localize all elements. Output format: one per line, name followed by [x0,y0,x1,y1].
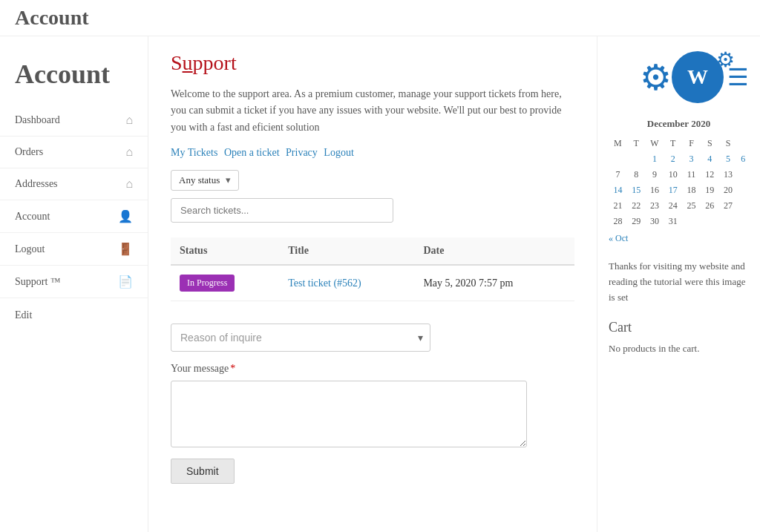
cal-cell [627,151,646,167]
open-ticket-link[interactable]: Open a ticket [224,147,280,158]
cal-cell: 24 [664,198,682,214]
title-prefix: S [171,51,183,74]
cal-cell: 3 [682,151,701,167]
cal-day-link[interactable]: 1 [652,154,657,164]
status-filter-label: Any status [179,174,220,186]
reason-select[interactable]: Reason of inquire [171,324,430,352]
cal-cell: 22 [627,198,646,214]
calendar-table: M T W T F S S 1 2 3 [609,136,749,229]
cal-cell: 26 [701,198,719,214]
account-icon: 👤 [118,209,133,223]
sidebar-title: Account [0,51,148,105]
cal-cell: 5 [719,151,738,167]
addresses-icon: ⌂ [125,177,133,191]
edit-link[interactable]: Edit [0,298,148,332]
cal-day-t1: T [627,136,646,151]
cal-cell: 4 [701,151,719,167]
cal-day-w: W [646,136,664,151]
cal-cell: 2 [664,151,682,167]
cal-cell: 17 [664,183,682,198]
title-underline: u [183,51,193,74]
sidebar-item-logout[interactable]: Logout 🚪 [0,233,148,266]
ticket-title: Test ticket (#562) [279,265,414,301]
cal-week-5: 28 29 30 31 [609,214,749,229]
ticket-status: In Progress [171,265,279,301]
status-filter[interactable]: Any status ▾ [171,170,239,191]
cal-cell [682,214,701,229]
privacy-link[interactable]: Privacy [286,147,318,158]
table-row: In Progress Test ticket (#562) May 5, 20… [171,265,574,301]
cal-cell: 23 [646,198,664,214]
cal-cell: 31 [664,214,682,229]
cal-week-2: 7 8 9 10 11 12 13 [609,167,749,183]
support-links: My Tickets Open a ticket Privacy Logout [171,147,574,159]
cal-cell: 30 [646,214,664,229]
gear-large-icon: ⚙ [640,56,672,98]
cal-day-link[interactable]: 6 [741,154,745,164]
cal-cell: 14 [609,183,627,198]
cal-day-link[interactable]: 14 [613,185,622,195]
cal-day-link[interactable]: 17 [669,185,678,195]
cal-cell [719,214,738,229]
my-tickets-link[interactable]: My Tickets [171,147,217,158]
prev-month-link[interactable]: « Oct [609,233,628,244]
main-content: Support Welcome to the support area. As … [148,36,597,532]
cal-cell: 28 [609,214,627,229]
top-account-label: Account [15,6,89,29]
cal-cell: 16 [646,183,664,198]
cal-cell: 20 [719,183,738,198]
sidebar: Account Dashboard ⌂ Orders ⌂ Addresses ⌂… [0,36,148,532]
calendar-nav: « Oct [609,233,749,244]
cart-empty-label: No products in the cart. [609,343,749,355]
ticket-date: May 5, 2020 7:57 pm [414,265,574,301]
cal-cell: 25 [682,198,701,214]
sidebar-item-label: Support ™ [15,276,61,288]
ticket-form: Reason of inquire ▾ Your message* Submit [171,324,574,484]
sidebar-item-orders[interactable]: Orders ⌂ [0,137,148,168]
page-title: Support [171,51,574,75]
cal-cell: 1 [646,151,664,167]
sidebar-item-label: Logout [15,243,45,255]
gear-small-icon: ⚙ [716,47,735,72]
cal-day-s1: S [701,136,719,151]
submit-button[interactable]: Submit [171,459,235,484]
cal-day-link[interactable]: 5 [726,154,730,164]
calendar-widget: December 2020 M T W T F S S [609,118,749,244]
sidebar-item-label: Orders [15,146,43,158]
message-textarea[interactable] [171,381,527,447]
sidebar-item-support[interactable]: Support ™ 📄 [0,266,148,298]
right-sidebar: ⚙ W ⚙ ☰ December 2020 M T W T F S [597,36,760,532]
cal-cell: 18 [682,183,701,198]
cal-cell [609,151,627,167]
reason-select-wrapper: Reason of inquire ▾ [171,324,430,352]
sidebar-item-account[interactable]: Account 👤 [0,200,148,233]
sidebar-item-label: Dashboard [15,114,60,126]
ticket-link[interactable]: Test ticket (#562) [288,278,361,289]
cal-week-3: 14 15 16 17 18 19 20 [609,183,749,198]
cal-day-t2: T [664,136,682,151]
cal-day-link[interactable]: 2 [671,154,675,164]
wp-logo-area: ⚙ W ⚙ ☰ [609,51,749,103]
support-description: Welcome to the support area. As a premiu… [171,86,574,136]
cal-day-link[interactable]: 3 [689,154,694,164]
cal-day-link[interactable]: 4 [707,154,712,164]
col-title: Title [279,237,414,265]
cal-cell: 11 [682,167,701,183]
search-input[interactable] [171,198,393,223]
cal-cell: 15 [627,183,646,198]
cal-day-f: F [682,136,701,151]
title-rest: pport [193,51,237,74]
col-date: Date [414,237,574,265]
required-indicator: * [230,363,235,374]
cal-cell: 21 [609,198,627,214]
cal-cell: 6 [737,151,749,167]
support-icon: 📄 [118,275,133,289]
chevron-down-icon: ▾ [226,174,231,186]
sidebar-item-addresses[interactable]: Addresses ⌂ [0,168,148,200]
cal-cell: 10 [664,167,682,183]
logout-link[interactable]: Logout [324,147,353,158]
cal-day-link[interactable]: 15 [632,185,641,195]
tickets-table: Status Title Date In Progress Test ticke… [171,237,574,301]
sidebar-item-dashboard[interactable]: Dashboard ⌂ [0,105,148,137]
cal-week-4: 21 22 23 24 25 26 27 [609,198,749,214]
